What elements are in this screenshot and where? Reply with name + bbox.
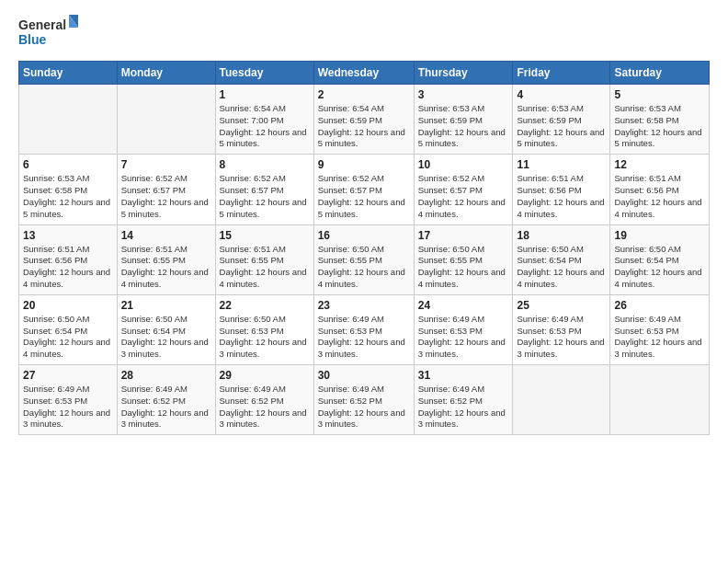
calendar-cell: 6Sunrise: 6:53 AM Sunset: 6:58 PM Daylig… (19, 155, 118, 224)
day-info: Sunrise: 6:50 AM Sunset: 6:55 PM Dayligh… (318, 244, 410, 291)
calendar-cell: 7Sunrise: 6:52 AM Sunset: 6:57 PM Daylig… (117, 155, 215, 224)
day-number: 14 (121, 229, 211, 242)
header: GeneralBlue (18, 15, 710, 52)
day-number: 26 (614, 299, 705, 312)
calendar-cell (610, 365, 710, 435)
calendar-cell: 21Sunrise: 6:50 AM Sunset: 6:54 PM Dayli… (117, 294, 215, 364)
calendar-cell: 11Sunrise: 6:51 AM Sunset: 6:56 PM Dayli… (513, 155, 610, 224)
calendar-cell: 19Sunrise: 6:50 AM Sunset: 6:54 PM Dayli… (610, 224, 710, 294)
day-info: Sunrise: 6:53 AM Sunset: 6:58 PM Dayligh… (23, 173, 113, 220)
calendar-week-4: 27Sunrise: 6:49 AM Sunset: 6:53 PM Dayli… (19, 365, 710, 435)
day-number: 23 (318, 299, 410, 312)
day-number: 24 (418, 299, 509, 312)
day-number: 30 (318, 369, 410, 382)
day-info: Sunrise: 6:49 AM Sunset: 6:52 PM Dayligh… (121, 384, 211, 431)
calendar-cell: 25Sunrise: 6:49 AM Sunset: 6:53 PM Dayli… (513, 294, 610, 364)
calendar-header: SundayMondayTuesdayWednesdayThursdayFrid… (19, 62, 710, 85)
day-info: Sunrise: 6:51 AM Sunset: 6:56 PM Dayligh… (614, 173, 705, 220)
day-number: 22 (220, 299, 310, 312)
day-number: 6 (23, 158, 113, 171)
day-info: Sunrise: 6:49 AM Sunset: 6:52 PM Dayligh… (220, 384, 310, 431)
day-info: Sunrise: 6:52 AM Sunset: 6:57 PM Dayligh… (220, 173, 310, 220)
day-number: 10 (418, 158, 509, 171)
day-number: 28 (121, 369, 211, 382)
day-number: 15 (220, 229, 310, 242)
weekday-header-wednesday: Wednesday (313, 62, 414, 85)
day-number: 27 (23, 369, 113, 382)
day-info: Sunrise: 6:49 AM Sunset: 6:53 PM Dayligh… (318, 314, 410, 361)
calendar-cell (513, 365, 610, 435)
day-info: Sunrise: 6:54 AM Sunset: 7:00 PM Dayligh… (220, 103, 310, 150)
day-info: Sunrise: 6:52 AM Sunset: 6:57 PM Dayligh… (418, 173, 509, 220)
day-number: 8 (220, 158, 310, 171)
calendar-week-2: 13Sunrise: 6:51 AM Sunset: 6:56 PM Dayli… (19, 224, 710, 294)
calendar-cell: 28Sunrise: 6:49 AM Sunset: 6:52 PM Dayli… (117, 365, 215, 435)
logo-svg: GeneralBlue (18, 15, 83, 52)
day-info: Sunrise: 6:50 AM Sunset: 6:54 PM Dayligh… (614, 244, 705, 291)
day-info: Sunrise: 6:51 AM Sunset: 6:55 PM Dayligh… (220, 244, 310, 291)
calendar-cell: 30Sunrise: 6:49 AM Sunset: 6:52 PM Dayli… (313, 365, 414, 435)
weekday-header-sunday: Sunday (19, 62, 118, 85)
day-number: 12 (614, 158, 705, 171)
day-number: 29 (220, 369, 310, 382)
weekday-header-saturday: Saturday (610, 62, 710, 85)
calendar-cell: 5Sunrise: 6:53 AM Sunset: 6:58 PM Daylig… (610, 85, 710, 155)
day-info: Sunrise: 6:49 AM Sunset: 6:52 PM Dayligh… (318, 384, 410, 431)
day-number: 19 (614, 229, 705, 242)
svg-text:Blue: Blue (18, 32, 47, 47)
calendar-cell: 22Sunrise: 6:50 AM Sunset: 6:53 PM Dayli… (215, 294, 313, 364)
calendar-page: GeneralBlue SundayMondayTuesdayWednesday… (0, 0, 728, 563)
calendar-cell: 20Sunrise: 6:50 AM Sunset: 6:54 PM Dayli… (19, 294, 118, 364)
calendar-cell (117, 85, 215, 155)
calendar-cell: 13Sunrise: 6:51 AM Sunset: 6:56 PM Dayli… (19, 224, 118, 294)
calendar-cell: 14Sunrise: 6:51 AM Sunset: 6:55 PM Dayli… (117, 224, 215, 294)
day-info: Sunrise: 6:53 AM Sunset: 6:59 PM Dayligh… (418, 103, 509, 150)
weekday-header-friday: Friday (513, 62, 610, 85)
day-number: 5 (614, 88, 705, 101)
day-info: Sunrise: 6:49 AM Sunset: 6:52 PM Dayligh… (418, 384, 509, 431)
day-info: Sunrise: 6:50 AM Sunset: 6:54 PM Dayligh… (23, 314, 113, 361)
calendar-table: SundayMondayTuesdayWednesdayThursdayFrid… (18, 61, 710, 435)
weekday-header-row: SundayMondayTuesdayWednesdayThursdayFrid… (19, 62, 710, 85)
day-number: 25 (517, 299, 606, 312)
calendar-cell: 2Sunrise: 6:54 AM Sunset: 6:59 PM Daylig… (313, 85, 414, 155)
day-info: Sunrise: 6:51 AM Sunset: 6:56 PM Dayligh… (23, 244, 113, 291)
svg-text:General: General (18, 17, 66, 32)
calendar-cell: 9Sunrise: 6:52 AM Sunset: 6:57 PM Daylig… (313, 155, 414, 224)
day-number: 20 (23, 299, 113, 312)
weekday-header-tuesday: Tuesday (215, 62, 313, 85)
day-number: 31 (418, 369, 509, 382)
calendar-cell: 3Sunrise: 6:53 AM Sunset: 6:59 PM Daylig… (414, 85, 513, 155)
calendar-week-0: 1Sunrise: 6:54 AM Sunset: 7:00 PM Daylig… (19, 85, 710, 155)
calendar-cell: 26Sunrise: 6:49 AM Sunset: 6:53 PM Dayli… (610, 294, 710, 364)
day-number: 17 (418, 229, 509, 242)
day-info: Sunrise: 6:53 AM Sunset: 6:58 PM Dayligh… (614, 103, 705, 150)
logo: GeneralBlue (18, 15, 83, 52)
calendar-cell: 4Sunrise: 6:53 AM Sunset: 6:59 PM Daylig… (513, 85, 610, 155)
day-number: 7 (121, 158, 211, 171)
calendar-cell: 16Sunrise: 6:50 AM Sunset: 6:55 PM Dayli… (313, 224, 414, 294)
day-number: 18 (517, 229, 606, 242)
calendar-week-3: 20Sunrise: 6:50 AM Sunset: 6:54 PM Dayli… (19, 294, 710, 364)
day-info: Sunrise: 6:49 AM Sunset: 6:53 PM Dayligh… (517, 314, 606, 361)
calendar-cell: 29Sunrise: 6:49 AM Sunset: 6:52 PM Dayli… (215, 365, 313, 435)
day-number: 3 (418, 88, 509, 101)
day-info: Sunrise: 6:51 AM Sunset: 6:56 PM Dayligh… (517, 173, 606, 220)
calendar-cell: 17Sunrise: 6:50 AM Sunset: 6:55 PM Dayli… (414, 224, 513, 294)
calendar-cell: 1Sunrise: 6:54 AM Sunset: 7:00 PM Daylig… (215, 85, 313, 155)
day-info: Sunrise: 6:49 AM Sunset: 6:53 PM Dayligh… (614, 314, 705, 361)
day-info: Sunrise: 6:53 AM Sunset: 6:59 PM Dayligh… (517, 103, 606, 150)
calendar-cell: 15Sunrise: 6:51 AM Sunset: 6:55 PM Dayli… (215, 224, 313, 294)
weekday-header-monday: Monday (117, 62, 215, 85)
calendar-cell: 8Sunrise: 6:52 AM Sunset: 6:57 PM Daylig… (215, 155, 313, 224)
calendar-cell (19, 85, 118, 155)
day-number: 9 (318, 158, 410, 171)
calendar-cell: 27Sunrise: 6:49 AM Sunset: 6:53 PM Dayli… (19, 365, 118, 435)
weekday-header-thursday: Thursday (414, 62, 513, 85)
day-info: Sunrise: 6:52 AM Sunset: 6:57 PM Dayligh… (318, 173, 410, 220)
day-info: Sunrise: 6:49 AM Sunset: 6:53 PM Dayligh… (23, 384, 113, 431)
day-number: 1 (220, 88, 310, 101)
day-info: Sunrise: 6:49 AM Sunset: 6:53 PM Dayligh… (418, 314, 509, 361)
day-info: Sunrise: 6:54 AM Sunset: 6:59 PM Dayligh… (318, 103, 410, 150)
calendar-cell: 31Sunrise: 6:49 AM Sunset: 6:52 PM Dayli… (414, 365, 513, 435)
